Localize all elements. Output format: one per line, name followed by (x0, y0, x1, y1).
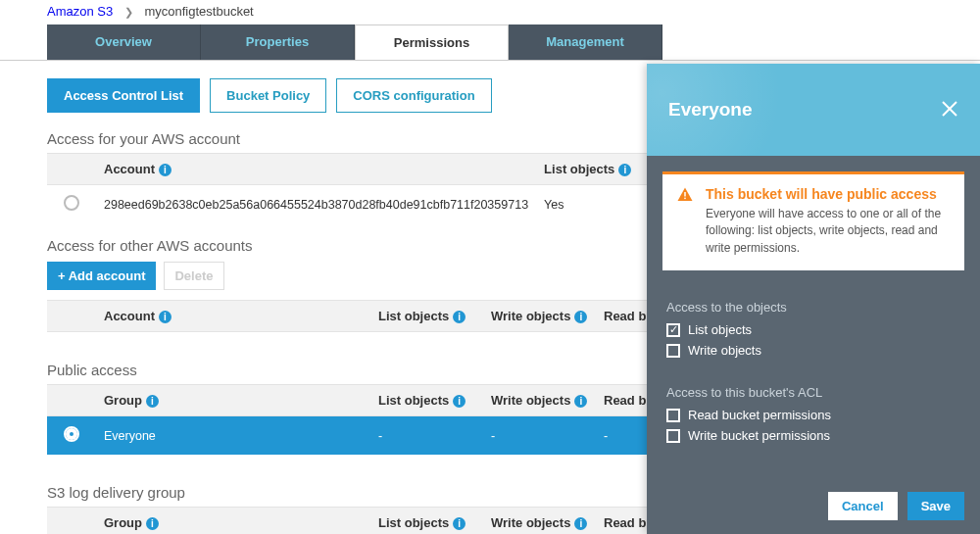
breadcrumb: Amazon S3 ❯ myconfigtestbucket (0, 0, 980, 24)
checkbox-icon (666, 409, 680, 422)
panel-section-objects: Access to the objects (666, 300, 960, 315)
info-icon[interactable]: i (453, 395, 466, 408)
warning-message: Everyone will have access to one or all … (706, 206, 951, 257)
delete-button[interactable]: Delete (164, 262, 223, 290)
subtab-acl[interactable]: Access Control List (47, 78, 200, 113)
info-icon[interactable]: i (574, 311, 587, 323)
header-write: Write objects (491, 515, 570, 530)
checkbox-icon (666, 429, 680, 443)
svg-rect-3 (684, 198, 686, 200)
tab-overview[interactable]: Overview (47, 24, 201, 60)
info-icon[interactable]: i (618, 164, 631, 176)
header-account: Account (104, 162, 155, 176)
info-icon[interactable]: i (146, 517, 159, 530)
info-icon[interactable]: i (146, 395, 159, 408)
header-write: Write objects (491, 309, 570, 323)
subtab-cors[interactable]: CORS configuration (336, 78, 491, 113)
checkbox-icon (666, 344, 680, 358)
checkbox-read-permissions[interactable]: Read bucket permissions (666, 408, 960, 422)
main-tabs: Overview Properties Permissions Manageme… (47, 24, 980, 60)
checkbox-label: List objects (688, 322, 752, 337)
info-icon[interactable]: i (453, 311, 466, 323)
cell-list: - (370, 416, 483, 456)
header-list: List objects (544, 162, 614, 176)
checkbox-write-objects[interactable]: Write objects (666, 343, 960, 358)
warning-icon (676, 186, 694, 257)
header-account: Account (104, 309, 155, 323)
close-icon[interactable] (941, 100, 958, 121)
cell-account: 298eed69b2638c0eb25a56a066455524b3870d28… (96, 185, 536, 224)
breadcrumb-root[interactable]: Amazon S3 (47, 4, 113, 19)
radio-icon[interactable] (64, 426, 79, 442)
tab-permissions[interactable]: Permissions (355, 24, 509, 60)
checkbox-label: Write bucket permissions (688, 428, 830, 443)
header-write: Write objects (491, 393, 570, 408)
cell-list: Yes (536, 185, 649, 224)
header-group: Group (104, 515, 142, 530)
warning-title: This bucket will have public access (706, 186, 951, 202)
cell-group: Everyone (96, 416, 370, 456)
breadcrumb-current: myconfigtestbucket (144, 4, 253, 19)
info-icon[interactable]: i (159, 311, 172, 323)
info-icon[interactable]: i (159, 164, 172, 176)
warning-box: This bucket will have public access Ever… (662, 171, 964, 270)
cancel-button[interactable]: Cancel (828, 492, 898, 520)
checkbox-icon (666, 323, 680, 337)
info-icon[interactable]: i (574, 395, 587, 408)
checkbox-write-permissions[interactable]: Write bucket permissions (666, 428, 960, 443)
panel-section-acl: Access to this bucket's ACL (666, 385, 960, 400)
tab-properties[interactable]: Properties (201, 24, 355, 60)
checkbox-list-objects[interactable]: List objects (666, 322, 960, 337)
chevron-right-icon: ❯ (117, 6, 141, 18)
header-list: List objects (378, 393, 449, 408)
save-button[interactable]: Save (907, 492, 964, 520)
info-icon[interactable]: i (574, 517, 587, 530)
checkbox-label: Read bucket permissions (688, 408, 831, 422)
checkbox-label: Write objects (688, 343, 761, 358)
header-group: Group (104, 393, 142, 408)
panel-title: Everyone (668, 99, 753, 121)
cell-write: - (483, 416, 596, 456)
radio-icon[interactable] (64, 195, 79, 211)
permission-panel: Everyone This bucket will have public ac… (647, 64, 980, 534)
info-icon[interactable]: i (453, 517, 466, 530)
header-list: List objects (378, 515, 449, 530)
subtab-bucket-policy[interactable]: Bucket Policy (210, 78, 326, 113)
svg-rect-2 (684, 192, 686, 197)
header-list: List objects (378, 309, 449, 323)
tab-management[interactable]: Management (509, 24, 662, 60)
add-account-button[interactable]: Add account (47, 262, 156, 290)
